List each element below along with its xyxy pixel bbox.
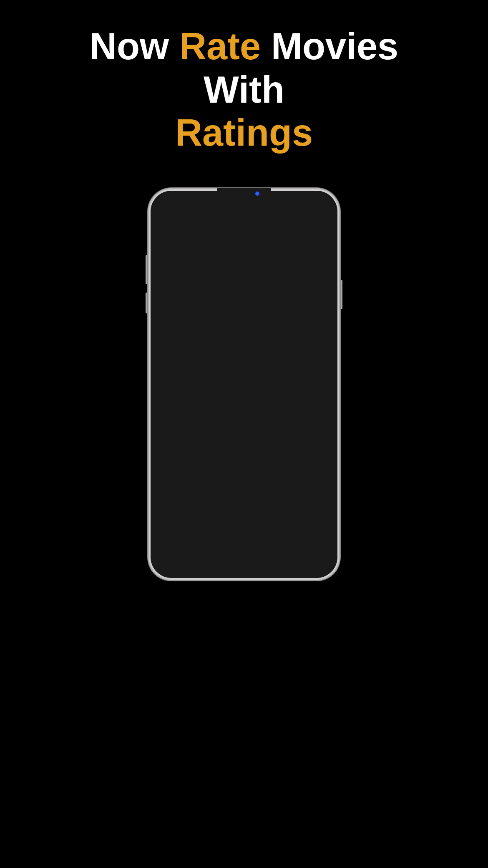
star-2[interactable]: [214, 383, 231, 401]
modal-overlay: Rate Movie: [154, 212, 334, 575]
header-now: Now: [90, 25, 179, 67]
wifi-icon: ∿: [312, 200, 317, 206]
modal-title: Rate Movie: [221, 366, 267, 376]
screen-content: Where to watch? Act Sp 8. Sy Pe Read Mor…: [154, 212, 334, 575]
star-4[interactable]: [257, 383, 274, 401]
star-1[interactable]: [192, 383, 209, 401]
volume-down-button: [146, 293, 147, 313]
status-bar: 3:32 ⊙ ⊚ ▲▲▲ ∿ 37: [154, 194, 334, 212]
close-button[interactable]: Close: [209, 409, 238, 421]
svg-marker-3: [259, 385, 272, 398]
done-button[interactable]: Done: [251, 409, 279, 421]
header-line1: Now Rate Movies With: [90, 25, 398, 111]
svg-marker-0: [194, 385, 207, 398]
location-icon: ⊙: [175, 201, 178, 205]
stars-row[interactable]: [192, 383, 296, 401]
svg-marker-4: [281, 385, 294, 398]
status-right: ▲▲▲ ∿ 37: [297, 200, 327, 206]
page-header: Now Rate Movies With Ratings: [77, 25, 411, 155]
star-5[interactable]: [279, 383, 296, 401]
sync-icon: ⊚: [181, 201, 184, 205]
battery-indicator: 37: [318, 200, 327, 206]
svg-marker-1: [216, 385, 229, 398]
header-line2: Ratings: [175, 112, 313, 154]
svg-marker-2: [237, 385, 251, 398]
modal-buttons: Close Done: [209, 409, 279, 421]
rate-modal: Rate Movie: [184, 354, 304, 433]
volume-up-button: [146, 263, 147, 284]
header-rate-highlight: Rate: [179, 25, 261, 67]
status-time: 3:32: [161, 200, 172, 206]
status-left: 3:32 ⊙ ⊚: [161, 200, 184, 206]
star-3[interactable]: [235, 383, 253, 401]
power-button: [341, 280, 342, 309]
signal-icon: ▲▲▲: [297, 201, 310, 206]
phone-screen: 3:32 ⊙ ⊚ ▲▲▲ ∿ 37: [154, 194, 334, 575]
phone-mockup: 3:32 ⊙ ⊚ ▲▲▲ ∿ 37: [148, 188, 340, 580]
